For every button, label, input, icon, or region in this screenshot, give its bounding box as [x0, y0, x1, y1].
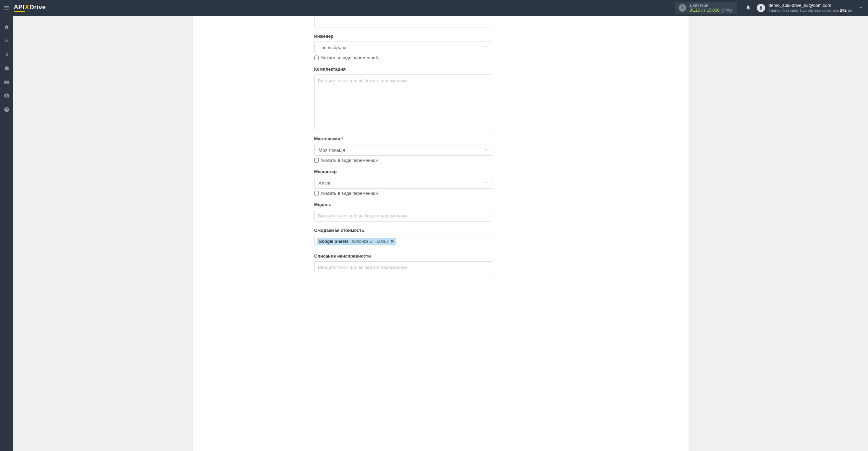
select-workshop[interactable]: Моя локація: [314, 144, 492, 156]
label-model: Модель: [314, 202, 492, 207]
info-icon: i: [679, 4, 686, 12]
user-icon: [759, 5, 763, 10]
sidebar: [0, 16, 13, 451]
form-panel: Инженер - не выбрано - Указать в виде пе…: [193, 16, 689, 451]
tag-value: «2000»: [375, 239, 389, 244]
input-model[interactable]: [314, 210, 492, 222]
brand-drive: Drive: [30, 4, 46, 10]
checkbox-engineer-variable-input[interactable]: [314, 56, 319, 60]
checkbox-workshop-variable-label: Указать в виде переменной: [321, 158, 378, 163]
required-icon: *: [341, 136, 343, 141]
nav-help[interactable]: [0, 106, 13, 113]
checkbox-engineer-variable[interactable]: Указать в виде переменной: [314, 55, 492, 60]
brand-logo[interactable]: APIXDrive: [14, 4, 46, 12]
user-text: demo_apix-drive_s2@com.com Тариф |Станда…: [769, 3, 852, 13]
nav-billing[interactable]: [0, 51, 13, 58]
actions-total: 15'000: [707, 8, 719, 13]
label-expected-cost: Ожидаемая стоимость: [314, 228, 492, 233]
nav-connections[interactable]: [0, 37, 13, 45]
brand-api: API: [14, 4, 25, 12]
youtube-icon: [4, 79, 10, 85]
nav-account[interactable]: [0, 92, 13, 99]
plan-suffix: дн: [847, 8, 852, 12]
input-expected-cost[interactable]: Google Sheets | Колонка E: «2000» ✕: [314, 236, 492, 247]
label-workshop-text: Мастерская: [314, 136, 340, 141]
home-icon: [4, 24, 10, 30]
chevron-down-icon: [484, 147, 488, 153]
tag-remove-button[interactable]: ✕: [390, 239, 394, 244]
plan-days: 242: [840, 8, 847, 12]
textarea-kit[interactable]: Введите текст или выберите переменную: [314, 74, 492, 130]
actions-value-line: 8'115 из 15'000 (54%): [690, 8, 732, 13]
dollar-icon: [4, 52, 10, 58]
chevron-down-icon: [859, 6, 863, 10]
actions-value: 8'115: [690, 8, 700, 13]
actions-counter[interactable]: i Действия: 8'115 из 15'000 (54%): [675, 2, 737, 14]
plan-prefix: Тариф |Стандарт| до оплаты осталось: [769, 8, 840, 12]
tag-separator: |: [350, 239, 351, 244]
nav-home[interactable]: [0, 23, 13, 31]
select-manager[interactable]: Аліса: [314, 177, 492, 189]
tag-expected-cost[interactable]: Google Sheets | Колонка E: «2000» ✕: [317, 238, 397, 245]
checkbox-manager-variable-label: Указать в виде переменной: [321, 191, 378, 196]
label-fault: Описание неисправности: [314, 253, 492, 259]
actions-label: Действия:: [690, 3, 732, 8]
main-stage[interactable]: Инженер - не выбрано - Указать в виде пе…: [13, 16, 868, 451]
select-engineer-value: - не выбрано -: [319, 45, 350, 50]
label-engineer: Инженер: [314, 34, 492, 39]
input-fault[interactable]: [314, 261, 492, 273]
notifications-button[interactable]: [743, 5, 753, 11]
label-manager: Менеджер: [314, 169, 492, 174]
select-manager-value: Аліса: [319, 180, 330, 186]
nav-video[interactable]: [0, 78, 13, 86]
form-area: Инженер - не выбрано - Указать в виде пе…: [314, 16, 492, 273]
hamburger-icon: [3, 5, 10, 11]
briefcase-icon: [4, 66, 10, 71]
brand-x: X: [25, 4, 30, 10]
user-menu[interactable]: demo_apix-drive_s2@com.com Тариф |Станда…: [757, 3, 852, 13]
input-prev-field[interactable]: [314, 16, 492, 27]
chevron-down-icon: [484, 180, 488, 186]
checkbox-manager-variable[interactable]: Указать в виде переменной: [314, 191, 492, 196]
bell-icon: [746, 5, 751, 11]
user-email: demo_apix-drive_s2@com.com: [769, 3, 852, 8]
user-menu-caret[interactable]: [856, 6, 866, 10]
checkbox-engineer-variable-label: Указать в виде переменной: [321, 55, 378, 60]
tag-source: Google Sheets: [319, 239, 349, 244]
sitemap-icon: [4, 38, 10, 44]
select-workshop-value: Моя локація: [319, 147, 345, 153]
topbar: APIXDrive i Действия: 8'115 из 15'000 (5…: [0, 0, 868, 16]
question-icon: [4, 107, 10, 112]
label-workshop: Мастерская *: [314, 136, 492, 141]
user-circle-icon: [4, 93, 10, 99]
checkbox-workshop-variable[interactable]: Указать в виде переменной: [314, 158, 492, 163]
nav-briefcase[interactable]: [0, 64, 13, 72]
menu-toggle-button[interactable]: [0, 0, 13, 16]
actions-percent: (54%): [721, 8, 732, 13]
avatar: [757, 4, 765, 12]
label-kit: Комплектация: [314, 67, 492, 72]
checkbox-workshop-variable-input[interactable]: [314, 158, 319, 163]
select-engineer[interactable]: - не выбрано -: [314, 41, 492, 53]
chevron-down-icon: [484, 45, 488, 50]
tag-column: Колонка E:: [352, 239, 373, 244]
user-plan: Тариф |Стандарт| до оплаты осталось 242 …: [769, 8, 852, 13]
actions-of: из: [701, 8, 706, 13]
checkbox-manager-variable-input[interactable]: [314, 191, 319, 195]
